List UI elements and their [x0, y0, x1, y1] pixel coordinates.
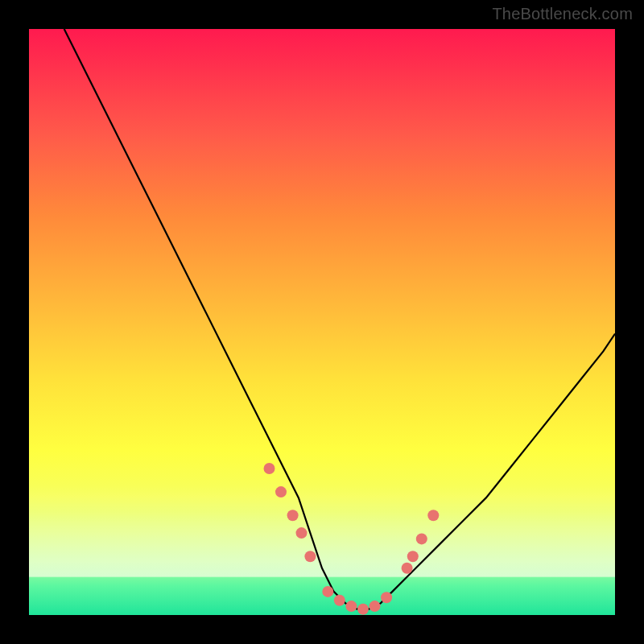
curve-marker [296, 527, 308, 539]
chart-plot-area [29, 29, 615, 615]
curve-marker [264, 463, 275, 474]
curve-marker [407, 551, 419, 562]
chart-svg [29, 29, 615, 615]
curve-marker [416, 533, 427, 544]
curve-marker [369, 601, 381, 612]
curve-marker [322, 586, 333, 597]
curve-marker [402, 563, 413, 574]
curve-marker [345, 601, 357, 612]
curve-marker [427, 510, 439, 521]
marker-group [264, 463, 440, 615]
curve-marker [304, 551, 316, 562]
curve-marker [287, 510, 299, 521]
watermark-text: TheBottleneck.com [492, 5, 633, 23]
bottleneck-curve [64, 29, 615, 609]
curve-marker [381, 592, 392, 603]
curve-marker [275, 486, 287, 497]
chart-frame: TheBottleneck.com [0, 0, 644, 644]
curve-marker [357, 604, 369, 615]
curve-marker [334, 595, 345, 606]
